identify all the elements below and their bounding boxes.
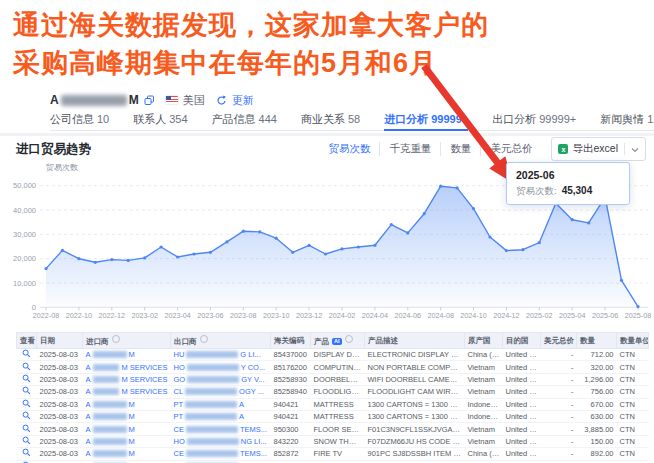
product-cell[interactable]: MATTRESS: [311, 410, 365, 422]
section-divider: [0, 133, 654, 136]
tooltip-value: 45,304: [562, 185, 593, 196]
description-cell: ELECTRONIC DISPLAY DEVICE HTS CODE 8...: [365, 349, 465, 361]
product-cell[interactable]: FLOODLIGHT CAM: [311, 386, 365, 398]
origin-cell: Vietnam: [465, 373, 503, 385]
blurred-importer-name: [93, 450, 127, 457]
exporter-cell: CETEMS...: [171, 423, 271, 435]
exporter-cell: PTA: [171, 410, 271, 422]
date-cell: 2025-08-03: [37, 448, 83, 460]
blurred-exporter-name: [185, 413, 237, 420]
product-cell[interactable]: FLOOR SEAT +3: [311, 423, 365, 435]
blurred-exporter-name: [186, 351, 238, 358]
view-search-icon[interactable]: [22, 436, 31, 445]
product-cell[interactable]: MATTRESS: [311, 398, 365, 410]
description-cell: 1300 CARTONS = 1300 PIECES OF MATTRES...: [365, 398, 465, 410]
importer-cell: AM: [83, 410, 171, 422]
table-row: 2025-08-03 AM SERVICES CLOGY ... 8525894…: [17, 386, 649, 398]
view-cell: [17, 361, 37, 373]
svg-text:2022-10: 2022-10: [66, 311, 92, 320]
tab[interactable]: 公司信息10: [50, 109, 109, 130]
svg-text:2025-08: 2025-08: [625, 311, 651, 320]
chevron-down-icon[interactable]: [631, 143, 639, 155]
usd-total-cell: -: [541, 398, 577, 410]
blurred-importer-name: [93, 413, 127, 420]
company-country: 美国: [183, 93, 205, 108]
view-cell: [17, 349, 37, 361]
usd-total-cell: -: [541, 373, 577, 385]
usd-total-cell: -: [541, 361, 577, 373]
description-cell: 901PC SJ8DSSBH ITEM B0DYR3D7QGHSEN...: [365, 448, 465, 460]
destination-cell: United S...: [503, 448, 541, 460]
header-origin: 原产国: [465, 333, 503, 349]
blurred-importer-name: [93, 401, 127, 408]
blurred-exporter-name: [185, 401, 237, 408]
product-cell[interactable]: FIRE TV: [311, 448, 365, 460]
info-icon: [345, 335, 353, 343]
view-search-icon[interactable]: [22, 374, 31, 383]
view-search-icon[interactable]: [22, 448, 31, 457]
tab[interactable]: 联系人354: [133, 109, 187, 130]
svg-text:2024-02: 2024-02: [329, 311, 355, 320]
view-search-icon[interactable]: [22, 362, 31, 371]
header-hs-code: 海关编码: [271, 333, 311, 349]
tab[interactable]: 新闻舆情122: [600, 109, 654, 130]
tab[interactable]: 产品信息444: [212, 109, 277, 130]
table-row: 2025-08-03 AM HONG LI... 843220 SNOW THR…: [17, 435, 649, 447]
quantity-cell: 756.00: [577, 386, 617, 398]
hs-code-cell: 85258930: [271, 373, 311, 385]
origin-cell: China (M...: [465, 448, 503, 460]
company-header: AM 美国 更新: [50, 91, 254, 109]
quantity-cell: 670.00: [577, 398, 617, 410]
metric-option[interactable]: 数量: [440, 142, 480, 156]
quantity-cell: 892.00: [577, 448, 617, 460]
table-header-row: 查看 日期 进口商 出口商 海关编码 产品AI 产品描述 原产国 目的国 美元总…: [17, 333, 649, 349]
destination-cell: United S...: [503, 423, 541, 435]
tab[interactable]: 进口分析99999+: [384, 109, 468, 130]
blurred-importer-name: [93, 388, 120, 395]
product-cell[interactable]: COMPUTING DEVICE: [311, 361, 365, 373]
tab[interactable]: 出口分析99999+: [492, 109, 576, 130]
us-flag-icon: [166, 96, 178, 104]
table-row: 2025-08-03 AM HUG LI... 85437000 DISPLAY…: [17, 349, 649, 361]
blurred-exporter-name: [185, 388, 237, 395]
header-quantity: 数量: [577, 333, 617, 349]
view-search-icon[interactable]: [22, 424, 31, 433]
importer-cell: AM: [83, 448, 171, 460]
metric-option[interactable]: 千克重量: [379, 142, 440, 156]
date-cell: 2025-08-03: [37, 386, 83, 398]
view-search-icon[interactable]: [22, 349, 31, 358]
section-title: 进口贸易趋势: [16, 141, 91, 158]
view-cell: [17, 435, 37, 447]
product-cell[interactable]: SNOW THROWER: [311, 435, 365, 447]
update-link[interactable]: 更新: [232, 93, 254, 108]
ai-badge: AI: [332, 338, 342, 345]
product-cell[interactable]: DOORBELL CAMERA: [311, 373, 365, 385]
importer-cell: AM: [83, 435, 171, 447]
view-search-icon[interactable]: [22, 399, 31, 408]
hs-code-cell: 940421: [271, 398, 311, 410]
blurred-exporter-name: [186, 426, 238, 433]
svg-text:2023-02: 2023-02: [132, 311, 158, 320]
product-cell[interactable]: DISPLAY DEVICE: [311, 349, 365, 361]
importer-cell: AM SERVICES: [83, 361, 171, 373]
svg-text:2024-06: 2024-06: [395, 311, 421, 320]
refresh-icon[interactable]: [216, 95, 227, 106]
hs-code-cell: 950300: [271, 423, 311, 435]
copy-icon[interactable]: [144, 95, 155, 106]
metric-option[interactable]: 贸易次数: [319, 142, 379, 156]
hs-code-cell: 85258940: [271, 386, 311, 398]
view-search-icon[interactable]: [22, 411, 31, 420]
destination-cell: United S...: [503, 361, 541, 373]
exporter-cell: PTA: [171, 398, 271, 410]
unit-cell: CTN: [617, 386, 649, 398]
metric-option[interactable]: 美元总价: [480, 142, 541, 156]
header-importer: 进口商: [83, 333, 171, 349]
export-excel-button[interactable]: 导出excel: [551, 137, 646, 161]
hs-code-cell: 85437000: [271, 349, 311, 361]
screenshot-root: 通过海关数据发现，这家加拿大客户的 采购高峰期集中在每年的5月和6月 AM 美国…: [0, 0, 654, 463]
svg-text:2024-08: 2024-08: [428, 311, 454, 320]
tab[interactable]: 商业关系58: [301, 109, 360, 130]
view-search-icon[interactable]: [22, 386, 31, 395]
usd-total-cell: -: [541, 423, 577, 435]
date-cell: 2025-08-03: [37, 410, 83, 422]
